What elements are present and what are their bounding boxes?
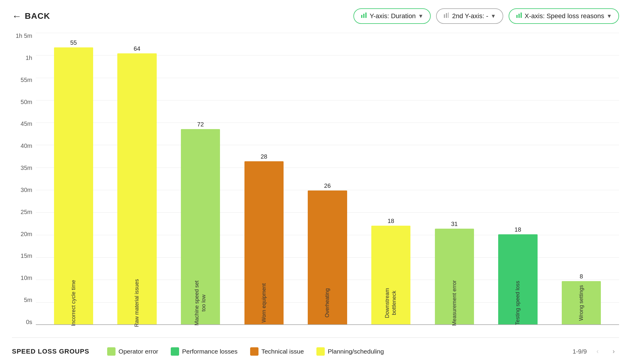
y-axis-tick: 10m: [21, 275, 32, 281]
x-labels: Incorrect cycle timeRaw material issuesM…: [36, 276, 619, 336]
y-axis-label: Y-axis: Duration: [370, 12, 415, 20]
x-axis-label-text: Machine speed set too low: [193, 276, 207, 330]
axis-controls: Y-axis: Duration ▼ 2nd Y-axis: - ▼: [353, 8, 619, 24]
y-axis-tick: 30m: [21, 187, 32, 193]
bar-chart-icon: [361, 12, 367, 20]
x-label-group: Testing speed loss: [494, 276, 542, 330]
chevron-down-icon-2: ▼: [491, 13, 496, 19]
pagination: 1-9/9 ‹ ›: [572, 346, 619, 357]
svg-rect-6: [516, 15, 518, 18]
svg-rect-7: [518, 14, 520, 18]
back-arrow-icon: ←: [12, 11, 22, 22]
chart-body: 55647228261831188 Incorrect cycle timeRa…: [36, 33, 619, 336]
bar-chart-x-icon: [516, 12, 522, 20]
bar-chart-2-icon: [443, 12, 450, 20]
x-axis-label: X-axis: Speed loss reasons: [525, 12, 604, 20]
bar-value-label: 28: [261, 153, 267, 160]
chevron-down-icon-3: ▼: [607, 13, 612, 19]
x-label-group: Machine speed set too low: [177, 276, 224, 330]
y-axis-tick: 50m: [21, 99, 32, 105]
pagination-count: 1-9/9: [572, 348, 587, 355]
legend-label: Planning/scheduling: [328, 348, 384, 355]
bar-value-label: 18: [515, 226, 521, 233]
x-axis-label-text: Downstream bottleneck: [384, 276, 398, 330]
y-axis-button[interactable]: Y-axis: Duration ▼: [353, 8, 430, 24]
legend-item: Planning/scheduling: [316, 347, 384, 356]
x-label-group: Incorrect cycle time: [50, 276, 97, 330]
legend-label: Technical issue: [261, 348, 304, 355]
footer: SPEED LOSS GROUPS Operator errorPerforma…: [12, 337, 619, 364]
x-label-group: Wrong settings: [558, 276, 605, 330]
legend-item: Technical issue: [250, 347, 304, 356]
x-label-group: Overheating: [304, 276, 351, 330]
svg-rect-0: [361, 15, 362, 18]
x-axis-button[interactable]: X-axis: Speed loss reasons ▼: [509, 8, 619, 24]
y-axis-tick: 5m: [24, 297, 32, 303]
legend-swatch: [250, 347, 258, 356]
legend-item: Operator error: [107, 347, 158, 356]
bar-value-label: 64: [134, 45, 140, 52]
y-axis-tick: 55m: [21, 77, 32, 83]
bar-value-label: 31: [451, 221, 458, 227]
x-label-group: Raw material issues: [113, 276, 161, 330]
y-axis-tick: 35m: [21, 165, 32, 171]
y-axis-tick: 15m: [21, 253, 32, 259]
bar-value-label: 55: [70, 39, 77, 46]
chart-area: 1h 5m1h55m50m45m40m35m30m25m20m15m10m5m0…: [12, 33, 619, 364]
x-label-group: Worn equipment: [240, 276, 288, 330]
x-axis-label-text: Incorrect cycle time: [70, 276, 77, 330]
legend-swatch: [316, 347, 325, 356]
y-axis: 1h 5m1h55m50m45m40m35m30m25m20m15m10m5m0…: [12, 33, 36, 336]
legend-items: Operator errorPerformance lossesTechnica…: [107, 347, 572, 356]
x-axis-label-text: Overheating: [324, 276, 331, 330]
grid-and-bars: 55647228261831188 Incorrect cycle timeRa…: [36, 33, 619, 336]
bar-value-label: 72: [197, 121, 204, 128]
bar-value-label: 26: [324, 182, 331, 189]
pagination-prev-button[interactable]: ‹: [592, 346, 603, 357]
y-axis-tick: 45m: [21, 121, 32, 127]
chevron-down-icon: ▼: [418, 13, 424, 19]
x-axis-label-text: Measurement error: [451, 276, 458, 330]
2nd-y-axis-button[interactable]: 2nd Y-axis: - ▼: [436, 8, 503, 24]
speed-loss-groups-label: SPEED LOSS GROUPS: [12, 348, 89, 355]
svg-rect-3: [444, 14, 445, 18]
x-axis-label-text: Wrong settings: [578, 276, 585, 330]
x-axis-label-text: Testing speed loss: [514, 276, 521, 330]
svg-rect-2: [365, 13, 367, 18]
y-axis-tick: 40m: [21, 143, 32, 149]
y-axis-tick: 0s: [26, 319, 32, 325]
back-label: BACK: [25, 11, 50, 21]
y-axis-tick: 25m: [21, 209, 32, 215]
legend-swatch: [171, 347, 179, 356]
main-page: ← BACK Y-axis: Duration ▼: [0, 0, 631, 364]
legend-item: Performance losses: [171, 347, 238, 356]
chart-with-yaxis: 1h 5m1h55m50m45m40m35m30m25m20m15m10m5m0…: [12, 33, 619, 336]
legend-swatch: [107, 347, 116, 356]
x-label-group: Measurement error: [430, 276, 478, 330]
svg-rect-1: [363, 14, 364, 18]
pagination-next-button[interactable]: ›: [608, 346, 619, 357]
legend-label: Operator error: [118, 348, 158, 355]
x-axis-label-text: Worn equipment: [261, 276, 267, 330]
y-axis-tick: 1h: [26, 55, 32, 61]
legend-label: Performance losses: [182, 348, 238, 355]
y-axis-tick: 20m: [21, 231, 32, 237]
2nd-y-axis-label: 2nd Y-axis: -: [452, 12, 488, 20]
svg-rect-4: [446, 13, 447, 18]
x-axis-label-text: Raw material issues: [133, 276, 140, 330]
x-label-group: Downstream bottleneck: [367, 276, 415, 330]
y-axis-tick: 1h 5m: [16, 33, 32, 39]
bar-value-label: 18: [387, 218, 394, 224]
header: ← BACK Y-axis: Duration ▼: [12, 8, 619, 24]
back-button[interactable]: ← BACK: [12, 11, 50, 22]
svg-rect-8: [521, 13, 522, 18]
